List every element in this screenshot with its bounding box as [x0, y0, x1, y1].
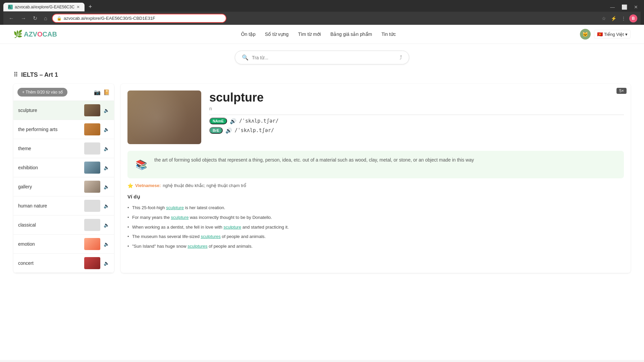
sound-button[interactable]: 🔈	[104, 127, 109, 132]
content-area: + Thêm 0/20 từ vào số 📷 📔 sculpture 🔈 th…	[13, 84, 631, 273]
bre-sound-icon[interactable]: 🔊	[225, 127, 232, 134]
nav-on-tap[interactable]: Ôn tập	[241, 32, 256, 37]
list-item[interactable]: human nature 🔈	[13, 196, 114, 216]
browser-actions: ☆ ⚡ ⋮ B	[600, 14, 637, 22]
word-thumbnail-empty	[84, 200, 100, 212]
word-title: sculpture	[209, 90, 624, 105]
list-item[interactable]: sculpture 🔈	[13, 101, 114, 120]
word-thumbnail	[84, 162, 100, 174]
bookmark-button[interactable]: ☆	[600, 15, 607, 22]
share-icon[interactable]: ⤴	[399, 55, 402, 61]
word-label: classical	[18, 222, 81, 228]
search-input[interactable]	[252, 55, 396, 60]
pronunciation-row-name: NAmE 🔊 /ˈskʌlp.tʃər/	[209, 118, 624, 124]
word-thumbnail	[84, 181, 100, 193]
sound-button[interactable]: 🔈	[104, 222, 109, 228]
word-label: the performing arts	[18, 127, 81, 132]
star-icon: ⭐	[127, 183, 133, 188]
example-item: This 25-foot-high sculpture is her lates…	[127, 203, 624, 213]
list-item[interactable]: emotion 🔈	[13, 235, 114, 254]
name-sound-icon[interactable]: 🔊	[230, 118, 236, 124]
profile-avatar[interactable]: B	[629, 14, 637, 22]
list-item[interactable]: exhibition 🔈	[13, 158, 114, 177]
word-image-placeholder	[127, 90, 201, 144]
lang-label: Tiếng Việt	[604, 32, 624, 37]
word-list: + Thêm 0/20 từ vào số 📷 📔 sculpture 🔈 th…	[13, 84, 114, 273]
pronunciation-row-bre: BrE 🔊 /ˈskʌlp.tʃər/	[209, 127, 624, 134]
sound-button[interactable]: 🔈	[104, 165, 109, 170]
word-label: exhibition	[18, 165, 81, 170]
name-pronunciation-button[interactable]: NAmE	[209, 118, 227, 124]
list-item[interactable]: gallery 🔈	[13, 177, 114, 196]
address-bar[interactable]	[64, 16, 222, 21]
example-item: "Sun Island" has huge snow sculptures of…	[127, 242, 624, 251]
word-label: emotion	[18, 241, 81, 247]
list-item[interactable]: classical 🔈	[13, 216, 114, 235]
nav-tin-tuc[interactable]: Tin tức	[381, 32, 396, 37]
sound-button[interactable]: 🔈	[104, 203, 109, 208]
search-wrapper: 🔍 ⤴	[235, 51, 409, 64]
more-button[interactable]: ⋮	[620, 15, 627, 22]
logo-text: AZVOCAB	[24, 31, 57, 38]
back-button[interactable]: ←	[7, 15, 16, 22]
new-tab-button[interactable]: +	[86, 2, 95, 12]
header-right: 🐱 🇻🇳 Tiếng Việt ▾	[580, 29, 631, 40]
word-thumbnail	[84, 104, 100, 116]
site-header: 🌿 AZVOCAB Ôn tập Số từ vựng Tìm từ mới B…	[0, 25, 644, 44]
list-item[interactable]: the performing arts 🔈	[13, 120, 114, 139]
site-logo[interactable]: 🌿 AZVOCAB	[13, 30, 57, 39]
maximize-button[interactable]: ⬜	[619, 4, 630, 10]
language-selector[interactable]: 🇻🇳 Tiếng Việt ▾	[594, 30, 631, 39]
list-item[interactable]: concert 🔈	[13, 254, 114, 273]
word-label: concert	[18, 260, 81, 266]
main-nav: Ôn tập Số từ vựng Tìm từ mới Bảng giá sả…	[241, 32, 396, 37]
highlight-word: sculptures	[201, 234, 220, 239]
example-item: When working as a dentist, she fell in l…	[127, 223, 624, 232]
forward-button[interactable]: →	[19, 15, 28, 22]
vietnamese-text: nghệ thuật điêu khắc; nghệ thuật chạm tr…	[163, 183, 246, 188]
nav-bang-gia[interactable]: Bảng giá sản phẩm	[330, 32, 372, 37]
nav-so-tu-vung[interactable]: Số từ vựng	[265, 32, 289, 37]
word-thumbnail-empty	[84, 142, 100, 155]
example-section: Ví dụ This 25-foot-high sculpture is her…	[127, 194, 624, 251]
browser-tab[interactable]: A azvocab.ai/explore/G-EAE56C3C ✕	[3, 3, 85, 11]
user-avatar[interactable]: 🐱	[580, 29, 591, 40]
vietnamese-translation: ⭐ Vietnamese: nghệ thuật điêu khắc; nghệ…	[127, 183, 624, 188]
highlight-word: sculptures	[187, 244, 207, 249]
bre-pronunciation-button[interactable]: BrE	[209, 127, 223, 134]
notebook-icon[interactable]: 📔	[103, 89, 110, 96]
sound-button[interactable]: 🔈	[104, 184, 109, 189]
search-section: 🔍 ⤴	[0, 44, 644, 71]
flag-icon: 🇻🇳	[597, 32, 603, 37]
example-item: The museum has several life-sized sculpt…	[127, 232, 624, 242]
word-thumbnail-empty	[84, 219, 100, 231]
home-button[interactable]: ⌂	[42, 15, 49, 22]
close-window-button[interactable]: ✕	[631, 4, 641, 10]
word-label: human nature	[18, 203, 81, 208]
minimize-button[interactable]: —	[607, 4, 618, 10]
address-bar-wrapper: 🔒	[52, 14, 226, 23]
window-controls: — ⬜ ✕	[607, 4, 641, 10]
sound-button[interactable]: 🔈	[104, 108, 109, 113]
divider	[209, 115, 624, 115]
page: 🌿 AZVOCAB Ôn tập Số từ vựng Tìm từ mới B…	[0, 25, 644, 360]
camera-icon[interactable]: 📷	[94, 89, 101, 96]
tab-close-button[interactable]: ✕	[76, 5, 80, 9]
word-thumbnail	[84, 257, 100, 269]
word-label: sculpture	[18, 108, 81, 113]
reload-button[interactable]: ↻	[31, 14, 39, 22]
list-title-row: ⠿ IELTS – Art 1	[13, 71, 631, 78]
word-detail-panel: 5× sculpture n NAmE 🔊 /ˈskʌlp.tʃər/	[121, 84, 631, 273]
highlight-word: sculpture	[171, 215, 189, 220]
definition-text: the art of forming solid objects that re…	[154, 156, 474, 173]
tab-favicon: A	[8, 5, 13, 9]
nav-tim-tu-moi[interactable]: Tìm từ mới	[298, 32, 321, 37]
extensions-button[interactable]: ⚡	[609, 15, 618, 22]
sound-button[interactable]: 🔈	[104, 146, 109, 151]
bre-ipa: /ˈskʌlp.tʃər/	[235, 127, 274, 133]
list-item[interactable]: theme 🔈	[13, 139, 114, 158]
add-to-notebook-button[interactable]: + Thêm 0/20 từ vào số	[17, 88, 67, 97]
example-title: Ví dụ	[127, 194, 624, 200]
sound-button[interactable]: 🔈	[104, 260, 109, 266]
sound-button[interactable]: 🔈	[104, 241, 109, 247]
